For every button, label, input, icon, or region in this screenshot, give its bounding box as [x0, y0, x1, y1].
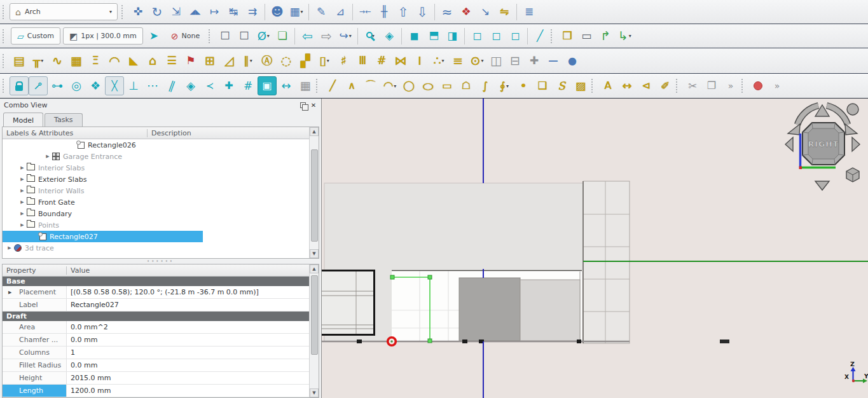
copy-icon[interactable]: ❐: [702, 76, 721, 95]
property-name[interactable]: Fillet Radius: [3, 359, 67, 371]
tree-column-description[interactable]: Description: [148, 129, 319, 137]
apply-style-icon[interactable]: ➤: [144, 27, 163, 46]
external-reference-icon[interactable]: ⚑: [181, 51, 200, 71]
circle-icon[interactable]: ◯: [399, 76, 418, 95]
tree-item-boundary[interactable]: ▶Boundary: [3, 208, 309, 219]
section-plane-icon[interactable]: Ⓐ: [258, 51, 277, 71]
profile-icon[interactable]: I: [410, 51, 429, 71]
expander-icon[interactable]: ▶: [18, 211, 27, 216]
snap-perpendicular-icon[interactable]: ⊥: [124, 76, 143, 95]
fence-icon[interactable]: #: [372, 51, 391, 71]
property-row-chamfer-[interactable]: Chamfer ...0.0 mm: [3, 334, 309, 347]
toolbar-grip[interactable]: [209, 29, 213, 43]
tree-column-labels[interactable]: Labels & Attributes: [3, 129, 148, 137]
nav-rotate-left-icon[interactable]: [797, 106, 818, 125]
point-icon[interactable]: •: [514, 76, 533, 95]
scale-icon[interactable]: ⇲: [167, 3, 186, 22]
snap-midpoint-icon[interactable]: ⊶: [48, 76, 67, 95]
join-icon[interactable]: →←: [355, 3, 375, 22]
bspline-icon[interactable]: ∫: [476, 76, 495, 95]
view-right-icon[interactable]: ◨: [443, 27, 462, 46]
project-icon[interactable]: ◠: [105, 51, 124, 71]
property-row-height[interactable]: Height2015.0 mm: [3, 372, 309, 385]
snap-working-plane-icon[interactable]: ▣: [258, 76, 277, 95]
flip-direction-icon[interactable]: ⇋: [495, 3, 514, 22]
trimex-icon[interactable]: ↹: [224, 3, 243, 22]
wire-to-bspline-icon[interactable]: ≈: [437, 3, 457, 22]
nav-cube-face-label[interactable]: RIGHT: [808, 139, 839, 149]
tree-scrollbar-thumb[interactable]: [311, 149, 318, 242]
label-icon[interactable]: ⊲: [637, 76, 656, 95]
expander-icon[interactable]: ▶: [43, 154, 52, 159]
toolbar-grip[interactable]: [121, 5, 126, 19]
toolbar-overflow-2-icon[interactable]: »: [768, 76, 787, 95]
open-folder-icon[interactable]: ▭: [577, 27, 596, 46]
panel-splitter[interactable]: ••••••: [0, 259, 321, 264]
snap-lock-icon[interactable]: [10, 76, 29, 95]
property-name[interactable]: Chamfer ...: [3, 334, 67, 346]
slope-icon[interactable]: ↘: [476, 3, 495, 22]
add-component-icon[interactable]: ✚: [525, 51, 544, 71]
toolbar-grip[interactable]: [551, 29, 555, 43]
property-name[interactable]: Columns: [3, 347, 67, 359]
tree-item-points[interactable]: ▶Points: [3, 219, 309, 231]
toolbar-grip[interactable]: [3, 54, 7, 68]
nav-arrow-down-icon[interactable]: [815, 181, 829, 190]
stretch-icon[interactable]: ⇉: [243, 3, 262, 22]
property-column-name[interactable]: Property: [3, 266, 67, 275]
building-part-icon[interactable]: Ξ: [86, 51, 105, 71]
bezier-icon[interactable]: ∮▾: [495, 76, 514, 95]
curtain-wall-icon[interactable]: ▦: [67, 51, 86, 71]
view-bottom-icon[interactable]: ◻: [486, 27, 506, 46]
ellipse-icon[interactable]: ○: [418, 76, 437, 95]
site-icon[interactable]: ◣: [124, 51, 143, 71]
property-name[interactable]: ▶Placement: [3, 286, 67, 298]
annotation-styles-icon[interactable]: ✐: [656, 76, 675, 95]
nav-arrow-left-icon[interactable]: [785, 137, 793, 151]
navigate-linked-icon[interactable]: ↪▾: [336, 27, 355, 46]
property-value[interactable]: 0.0 mm: [67, 334, 309, 346]
property-value[interactable]: Rectangle027: [67, 299, 309, 311]
toolbar-grip[interactable]: [3, 79, 7, 93]
view-left-icon[interactable]: ◻: [506, 27, 525, 46]
polygon-icon[interactable]: ☖: [457, 76, 476, 95]
tree-item-front-gate[interactable]: ▶Front Gate: [3, 196, 309, 208]
toolbar-overflow-icon[interactable]: »: [721, 76, 740, 95]
split-icon[interactable]: ╫: [375, 3, 394, 22]
cut-with-plane-icon[interactable]: ◫: [486, 51, 506, 71]
offset-icon[interactable]: ↦: [205, 3, 224, 22]
tab-tasks[interactable]: Tasks: [45, 113, 82, 127]
building-icon[interactable]: ⌂: [143, 51, 162, 71]
property-scrollbar[interactable]: ▲ ▼: [309, 264, 319, 397]
shapestring-icon[interactable]: S: [552, 76, 571, 95]
property-value[interactable]: 1200.0 mm: [67, 385, 309, 397]
selection-back-icon[interactable]: ⇦: [298, 27, 317, 46]
property-name[interactable]: Length: [3, 385, 67, 397]
expander-icon[interactable]: ▶: [18, 200, 27, 205]
expander-icon[interactable]: ▶: [18, 223, 27, 228]
view-axonometric-icon[interactable]: ◈: [380, 27, 399, 46]
snap-extension-icon[interactable]: ⋯: [143, 76, 162, 95]
snap-endpoint-icon[interactable]: ⊸: [29, 76, 48, 95]
toolbar-grip[interactable]: [316, 79, 320, 93]
fillet-icon[interactable]: ⌒: [361, 76, 380, 95]
nav-rotate-right-arrowhead[interactable]: [845, 124, 857, 135]
expander-icon[interactable]: ▶: [18, 165, 27, 170]
window-icon[interactable]: ⊞: [200, 51, 219, 71]
panel-icon[interactable]: ▯▾: [315, 51, 334, 71]
cut-icon[interactable]: ✂: [683, 76, 702, 95]
property-column-value[interactable]: Value: [67, 266, 319, 275]
roof-icon[interactable]: ◿: [219, 51, 238, 71]
snap-intersection-icon[interactable]: ╳: [105, 76, 124, 95]
zoom-icon[interactable]: ▾: [361, 27, 380, 46]
navigation-cluster[interactable]: RIGHT: [785, 104, 860, 190]
tree-scrollbar[interactable]: ▲ ▼: [309, 127, 319, 258]
schedule-icon[interactable]: ≡: [448, 51, 467, 71]
tree-item-rectangle027[interactable]: Rectangle027: [3, 231, 309, 242]
property-row-length[interactable]: Length1200.0 mm: [3, 385, 309, 397]
rotate-icon[interactable]: ↻: [148, 3, 167, 22]
toolbar-grip[interactable]: [676, 79, 680, 93]
property-name[interactable]: Area: [3, 321, 67, 333]
select-group-icon[interactable]: ☐: [216, 27, 235, 46]
rebar-icon[interactable]: ∿: [48, 51, 67, 71]
